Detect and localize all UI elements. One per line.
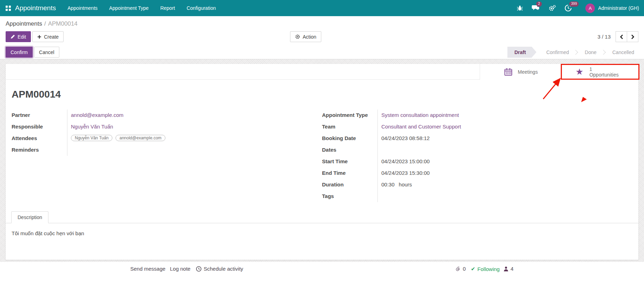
discuss-icon[interactable]: 2 (532, 4, 540, 12)
pencil-icon (11, 34, 15, 39)
booking-date-value: 04/24/2023 08:58:12 (377, 133, 632, 144)
menu-configuration[interactable]: Configuration (186, 5, 216, 11)
field-label: Tags (322, 191, 377, 202)
field-row-partner: Partner annold@example.com (12, 110, 322, 121)
attendee-tag: Nguyễn Văn Tuấn (71, 135, 112, 141)
main-menu: Appointments Appointment Type Report Con… (67, 5, 216, 11)
cancel-button[interactable]: Cancel (34, 47, 59, 58)
attachments-button[interactable]: 0 (455, 266, 466, 272)
stage-confirmed[interactable]: Confirmed (542, 49, 573, 55)
tags-value (377, 191, 632, 202)
start-time-value: 04/24/2023 15:00:00 (377, 156, 632, 167)
field-label: Duration (322, 179, 377, 191)
meetings-smart-button[interactable]: Meetings (480, 64, 562, 80)
edit-button[interactable]: Edit (6, 31, 31, 42)
field-row-reminders: Reminders (12, 144, 322, 156)
systray: 2 399 A Administrator (GH) (517, 4, 639, 13)
breadcrumb-current: APM00014 (48, 20, 78, 27)
stage-cancelled[interactable]: Cancelled (608, 49, 638, 55)
field-label: Start Time (322, 156, 377, 167)
field-label: End Time (322, 167, 377, 179)
partner-link[interactable]: annold@example.com (71, 112, 123, 118)
field-row-dates: Dates (322, 144, 632, 156)
plus-icon (37, 35, 41, 39)
control-panel: Appointments/APM00014 Edit Create Action… (0, 16, 644, 59)
person-icon (504, 266, 508, 271)
menu-report[interactable]: Report (160, 5, 175, 11)
check-icon: ✔ (471, 266, 475, 272)
content-area: Meetings ★ 1 Opportunities APM00014 Part… (0, 59, 644, 260)
tab-description[interactable]: Description (11, 211, 48, 223)
field-row-responsible: Responsible Nguyễn Văn Tuấn (12, 121, 322, 133)
team-link[interactable]: Consultant and Customer Support (381, 124, 461, 130)
field-row-duration: Duration 00:30hours (322, 179, 632, 191)
avatar: A (585, 4, 595, 13)
log-note-button[interactable]: Log note (170, 266, 190, 272)
breadcrumb-appointments[interactable]: Appointments (6, 20, 42, 27)
field-label: Appointment Type (322, 110, 377, 121)
description-text: Tôi muốn đặt cuộc hẹn với bạn (6, 223, 638, 243)
attendee-tag: annold@example.com (116, 135, 165, 141)
gear-icon (295, 34, 300, 39)
end-time-value: 04/24/2023 15:30:00 (377, 167, 632, 179)
statusbar: Confirm Cancel Draft Confirmed Done Canc… (6, 46, 638, 58)
action-button[interactable]: Action (290, 31, 321, 42)
followers-button[interactable]: 4 (504, 266, 513, 272)
pager-next-button[interactable] (627, 31, 638, 42)
field-label: Dates (322, 144, 377, 156)
field-row-booking-date: Booking Date 04/24/2023 08:58:12 (322, 133, 632, 144)
field-label: Team (322, 121, 377, 133)
reminders-value (67, 144, 322, 156)
breadcrumb-separator: / (44, 20, 46, 27)
discuss-badge: 2 (536, 1, 542, 7)
opportunities-count: 1 (589, 66, 618, 72)
field-row-start-time: Start Time 04/24/2023 15:00:00 (322, 156, 632, 167)
record-title: APM00014 (12, 89, 638, 100)
schedule-activity-button[interactable]: Schedule activity (196, 266, 243, 272)
field-label: Attendees (12, 133, 67, 144)
stage-done[interactable]: Done (580, 49, 600, 55)
following-button[interactable]: ✔ Following (471, 266, 500, 272)
star-icon: ★ (576, 67, 583, 76)
breadcrumb: Appointments/APM00014 (6, 20, 638, 27)
activities-clock-icon[interactable]: 399 (565, 4, 572, 12)
user-menu[interactable]: A Administrator (GH) (585, 4, 639, 13)
top-navbar: Appointments Appointments Appointment Ty… (0, 0, 644, 16)
stage-pipeline: Draft Confirmed Done Cancelled (507, 47, 638, 58)
app-brand[interactable]: Appointments (15, 4, 56, 12)
follower-count: 4 (511, 266, 513, 272)
menu-appointments[interactable]: Appointments (67, 5, 98, 11)
field-row-tags: Tags (322, 191, 632, 202)
chatter: Send message Log note Schedule activity … (0, 262, 644, 284)
opportunities-label: Opportunities (589, 72, 618, 78)
field-label: Partner (12, 110, 67, 121)
field-row-attendees: Attendees Nguyễn Văn Tuấn annold@example… (12, 133, 322, 144)
field-row-team: Team Consultant and Customer Support (322, 121, 632, 133)
stage-chevron-separator (573, 49, 578, 54)
user-name: Administrator (GH) (598, 5, 639, 11)
meetings-label: Meetings (518, 69, 538, 75)
chevron-left-icon (620, 34, 623, 39)
create-button[interactable]: Create (32, 31, 64, 42)
pager-count: 3 / 13 (597, 34, 611, 40)
confirm-button[interactable]: Confirm (6, 47, 33, 58)
gears-icon[interactable] (548, 4, 556, 12)
stage-draft[interactable]: Draft (507, 47, 537, 58)
apps-menu-icon[interactable] (6, 6, 11, 11)
notebook-tabs: Description (6, 211, 638, 223)
duration-value: 00:30 (381, 181, 395, 187)
field-row-end-time: End Time 04/24/2023 15:30:00 (322, 167, 632, 179)
menu-appointment-type[interactable]: Appointment Type (109, 5, 149, 11)
form-sheet: Meetings ★ 1 Opportunities APM00014 Part… (6, 64, 638, 260)
send-message-button[interactable]: Send message (130, 266, 165, 272)
bug-icon[interactable] (517, 4, 523, 12)
opportunities-smart-button[interactable]: ★ 1 Opportunities (562, 64, 638, 80)
pager-previous-button[interactable] (616, 31, 627, 42)
appointment-type-link[interactable]: System consultation appointment (381, 112, 459, 118)
smart-button-bar: Meetings ★ 1 Opportunities (6, 64, 638, 80)
responsible-link[interactable]: Nguyễn Văn Tuấn (71, 124, 113, 130)
button-row: Edit Create Action 3 / 13 (6, 31, 638, 42)
chevron-right-icon (631, 34, 635, 39)
clock-icon (196, 266, 202, 272)
field-label: Reminders (12, 144, 67, 156)
